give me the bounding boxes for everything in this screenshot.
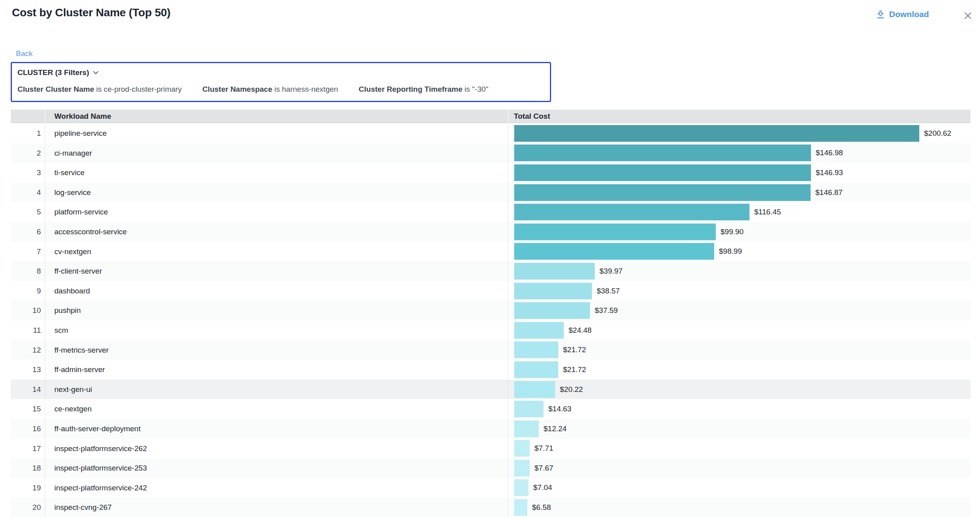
table-row[interactable]: 11scm$24.48 bbox=[11, 320, 970, 340]
table-row[interactable]: 14next-gen-ui$20.22 bbox=[11, 380, 970, 399]
table-row[interactable]: 20inspect-cvng-267$6.58 bbox=[11, 498, 970, 517]
cost-value: $37.59 bbox=[595, 306, 618, 315]
table-row[interactable]: 2ci-manager$146.98 bbox=[11, 143, 970, 163]
table-row[interactable]: 6accesscontrol-service$99.90 bbox=[11, 222, 970, 242]
cost-bar[interactable] bbox=[514, 184, 811, 201]
column-divider bbox=[508, 498, 508, 517]
table-row[interactable]: 8ff-client-server$39.97 bbox=[11, 261, 970, 281]
cost-bar[interactable] bbox=[514, 499, 527, 516]
table-row[interactable]: 7cv-nextgen$98.99 bbox=[11, 242, 970, 262]
workload-name: pushpin bbox=[54, 301, 81, 320]
column-divider bbox=[45, 320, 45, 340]
cost-bar[interactable] bbox=[514, 361, 558, 378]
cost-bar[interactable] bbox=[514, 381, 555, 398]
table-row[interactable]: 3ti-service$146.93 bbox=[11, 163, 970, 183]
table-row[interactable]: 10pushpin$37.59 bbox=[11, 301, 970, 320]
cost-bar-cell: $116.45 bbox=[514, 202, 970, 222]
row-rank: 9 bbox=[11, 281, 41, 301]
table-row[interactable]: 16ff-auth-server-deployment$12.24 bbox=[11, 419, 970, 439]
row-rank: 6 bbox=[11, 222, 41, 242]
filter-group-label: CLUSTER (3 Filters) bbox=[17, 68, 89, 77]
cost-bar-cell: $37.59 bbox=[514, 301, 970, 320]
table-row[interactable]: 15ce-nextgen$14.63 bbox=[11, 399, 970, 419]
table-row[interactable]: 9dashboard$38.57 bbox=[11, 281, 970, 301]
cost-bar-cell: $7.04 bbox=[514, 478, 970, 498]
cost-bar-cell: $20.22 bbox=[514, 380, 970, 399]
column-divider bbox=[508, 261, 508, 281]
cost-bar[interactable] bbox=[514, 224, 716, 240]
back-link[interactable]: Back bbox=[16, 49, 33, 58]
table-row[interactable]: 1pipeline-service$200.62 bbox=[11, 123, 970, 143]
page-title: Cost by Cluster Name (Top 50) bbox=[12, 6, 171, 19]
column-divider bbox=[45, 183, 45, 203]
cost-value: $39.97 bbox=[600, 267, 623, 276]
cost-bar-cell: $200.62 bbox=[514, 123, 970, 143]
download-label: Download bbox=[889, 10, 929, 19]
cost-value: $200.62 bbox=[924, 129, 951, 138]
cost-bar[interactable] bbox=[514, 145, 811, 161]
cost-value: $20.22 bbox=[560, 385, 583, 394]
filter-item[interactable]: Cluster Cluster Name is ce-prod-cluster-… bbox=[17, 85, 182, 94]
filter-group-toggle[interactable]: CLUSTER (3 Filters) bbox=[17, 68, 99, 77]
column-divider bbox=[508, 183, 508, 203]
download-button[interactable]: Download bbox=[876, 10, 929, 19]
table-row[interactable]: 17inspect-platformservice-262$7.71 bbox=[11, 439, 970, 459]
cost-value: $146.98 bbox=[816, 149, 843, 157]
column-divider bbox=[508, 242, 508, 262]
cost-bar-cell: $7.71 bbox=[514, 439, 970, 459]
column-divider bbox=[508, 458, 508, 478]
workload-name: next-gen-ui bbox=[54, 380, 92, 399]
cost-bar[interactable] bbox=[514, 460, 530, 476]
cost-value: $12.24 bbox=[544, 424, 567, 433]
row-rank: 17 bbox=[11, 439, 41, 459]
cost-bar-cell: $21.72 bbox=[514, 360, 970, 380]
filter-item[interactable]: Cluster Reporting Timeframe is "-30" bbox=[359, 85, 488, 94]
row-rank: 13 bbox=[11, 360, 41, 380]
header-column-divider bbox=[508, 110, 509, 123]
row-rank: 12 bbox=[11, 340, 41, 360]
column-divider bbox=[508, 202, 508, 222]
cost-bar[interactable] bbox=[514, 322, 564, 339]
close-button[interactable] bbox=[962, 10, 974, 21]
cost-bar[interactable] bbox=[514, 164, 811, 181]
column-header-total-cost: Total Cost bbox=[514, 110, 550, 123]
workload-name: scm bbox=[54, 320, 68, 340]
cost-bar[interactable] bbox=[514, 204, 749, 220]
cost-bar-cell: $99.90 bbox=[514, 222, 970, 242]
cost-bar[interactable] bbox=[514, 421, 539, 437]
cost-bar[interactable] bbox=[514, 440, 530, 457]
filter-field-label: Cluster Cluster Name bbox=[17, 85, 94, 93]
cost-value: $116.45 bbox=[754, 208, 781, 216]
cost-bar-cell: $14.63 bbox=[514, 399, 970, 419]
row-rank: 15 bbox=[11, 399, 41, 419]
row-rank: 16 bbox=[11, 419, 41, 439]
filter-item[interactable]: Cluster Namespace is harness-nextgen bbox=[202, 85, 338, 94]
column-divider bbox=[45, 399, 45, 419]
table-row[interactable]: 12ff-metrics-server$21.72 bbox=[11, 340, 970, 360]
cost-value: $7.71 bbox=[534, 444, 553, 453]
cost-bar[interactable] bbox=[514, 125, 919, 142]
table-row[interactable]: 18inspect-platformservice-253$7.67 bbox=[11, 458, 970, 478]
cost-bar[interactable] bbox=[514, 479, 528, 496]
cost-bar[interactable] bbox=[514, 341, 558, 358]
row-rank: 1 bbox=[11, 123, 41, 143]
row-rank: 20 bbox=[11, 498, 41, 517]
column-divider bbox=[508, 419, 508, 439]
column-divider bbox=[45, 261, 45, 281]
column-divider bbox=[508, 439, 508, 459]
cost-bar[interactable] bbox=[514, 243, 714, 260]
cost-bar[interactable] bbox=[514, 263, 595, 280]
table-row[interactable]: 4log-service$146.87 bbox=[11, 183, 970, 203]
cost-bar-cell: $21.72 bbox=[514, 340, 970, 360]
table-row[interactable]: 13ff-admin-server$21.72 bbox=[11, 360, 970, 380]
filter-panel: CLUSTER (3 Filters) Cluster Cluster Name… bbox=[11, 62, 551, 102]
table-row[interactable]: 5platform-service$116.45 bbox=[11, 202, 970, 222]
table-row[interactable]: 19inspect-platformservice-242$7.04 bbox=[11, 478, 970, 498]
cost-bar[interactable] bbox=[514, 283, 592, 299]
cost-bar-cell: $6.58 bbox=[514, 498, 970, 517]
cost-bar[interactable] bbox=[514, 302, 590, 319]
cost-bar[interactable] bbox=[514, 401, 544, 417]
workload-name: ff-client-server bbox=[54, 261, 102, 281]
workload-name: ci-manager bbox=[54, 143, 92, 163]
cost-value: $21.72 bbox=[563, 365, 586, 374]
